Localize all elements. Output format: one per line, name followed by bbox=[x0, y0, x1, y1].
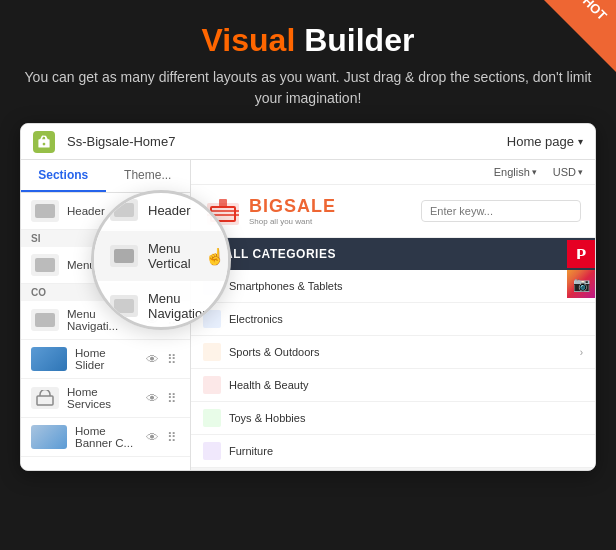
instagram-button[interactable]: 📷 bbox=[567, 270, 595, 298]
store-name: Ss-Bigsale-Home7 bbox=[67, 134, 495, 149]
bigsale-logo: BIGSALE Shop all you want bbox=[205, 193, 336, 229]
eye-icon[interactable]: 👁 bbox=[144, 351, 160, 367]
svg-rect-0 bbox=[37, 396, 53, 405]
category-label: Health & Beauty bbox=[229, 379, 309, 391]
frame-topbar: Ss-Bigsale-Home7 Home page bbox=[21, 124, 595, 160]
dropdown-menu-vertical-item[interactable]: Menu Vertical ☝ bbox=[94, 231, 228, 281]
list-item[interactable]: Home Slider 👁 ⠿ bbox=[21, 340, 190, 379]
cursor-icon: ☝ bbox=[205, 247, 225, 266]
drag-icon[interactable]: ⠿ bbox=[164, 390, 180, 406]
page-title: Visual Builder bbox=[20, 22, 596, 59]
item-icon bbox=[31, 254, 59, 276]
categories-list: Smartphones & Tablets › Electronics bbox=[191, 270, 595, 468]
list-item[interactable]: Home Banner C... 👁 ⠿ bbox=[21, 418, 190, 457]
chevron-right-icon: › bbox=[580, 347, 583, 358]
shopify-icon bbox=[33, 131, 55, 153]
list-item[interactable]: Toys & Hobbies bbox=[191, 402, 595, 435]
list-item[interactable]: Smartphones & Tablets › bbox=[191, 270, 595, 303]
thumb-box bbox=[31, 347, 67, 371]
dropdown-item-icon bbox=[110, 245, 138, 267]
drag-icon[interactable]: ⠿ bbox=[164, 351, 180, 367]
preview-header: English USD bbox=[191, 160, 595, 185]
category-label: Toys & Hobbies bbox=[229, 412, 305, 424]
list-item[interactable]: Electronics bbox=[191, 303, 595, 336]
category-label: Smartphones & Tablets bbox=[229, 280, 343, 292]
health-icon bbox=[203, 376, 221, 394]
svg-rect-5 bbox=[219, 199, 227, 207]
language-selector[interactable]: English bbox=[494, 166, 537, 178]
list-item[interactable]: Health & Beauty bbox=[191, 369, 595, 402]
dropdown-label: Menu Vertical bbox=[148, 241, 191, 271]
furniture-icon bbox=[203, 442, 221, 460]
dropdown-label: Header bbox=[148, 203, 191, 218]
pinterest-button[interactable]: 𝗣 bbox=[567, 240, 595, 268]
tab-sections[interactable]: Sections bbox=[21, 160, 106, 192]
brand-name: BIGSALE bbox=[249, 196, 336, 217]
magnifier: Header Menu Vertical ☝ Menu Navigation bbox=[91, 190, 231, 330]
search-bar[interactable] bbox=[421, 200, 581, 222]
eye-icon[interactable]: 👁 bbox=[144, 390, 160, 406]
brand-tagline: Shop all you want bbox=[249, 217, 336, 226]
sports-icon bbox=[203, 343, 221, 361]
title-highlight: Visual bbox=[202, 22, 296, 58]
page-wrapper: HOT Visual Builder You can get as many d… bbox=[0, 0, 616, 471]
home-services-icon bbox=[31, 387, 59, 409]
page-description: You can get as many different layouts as… bbox=[20, 67, 596, 109]
categories-nav-label: ALL CATEGORIES bbox=[224, 247, 336, 261]
category-label: Electronics bbox=[229, 313, 283, 325]
thumb-box bbox=[31, 425, 67, 449]
currency-selector[interactable]: USD bbox=[553, 166, 583, 178]
list-item[interactable]: Furniture bbox=[191, 435, 595, 468]
item-label: Home Banner C... bbox=[75, 425, 136, 449]
categories-nav: ☰ ALL CATEGORIES bbox=[191, 238, 595, 270]
list-item[interactable]: Home Services 👁 ⠿ bbox=[21, 379, 190, 418]
title-rest: Builder bbox=[295, 22, 414, 58]
item-icon bbox=[31, 200, 59, 222]
category-label: Furniture bbox=[229, 445, 273, 457]
builder-frame: Ss-Bigsale-Home7 Home page Sections Them… bbox=[20, 123, 596, 471]
toys-icon bbox=[203, 409, 221, 427]
eye-icon[interactable]: 👁 bbox=[144, 429, 160, 445]
social-sidebar: 𝗣 📷 bbox=[567, 240, 595, 298]
page-header: Visual Builder You can get as many diffe… bbox=[0, 0, 616, 123]
page-name[interactable]: Home page bbox=[507, 134, 583, 149]
item-icon bbox=[31, 309, 59, 331]
item-label: Home Services bbox=[67, 386, 136, 410]
category-label: Sports & Outdoors bbox=[229, 346, 320, 358]
preview-brand-bar: BIGSALE Shop all you want bbox=[191, 185, 595, 238]
frame-content: Sections Theme... Header 👁 ⠿ SI bbox=[21, 160, 595, 470]
search-input[interactable] bbox=[430, 205, 572, 217]
preview-area: English USD bbox=[191, 160, 595, 470]
item-label: Home Slider bbox=[75, 347, 136, 371]
drag-icon[interactable]: ⠿ bbox=[164, 429, 180, 445]
list-item[interactable]: Sports & Outdoors › bbox=[191, 336, 595, 369]
tab-theme[interactable]: Theme... bbox=[106, 160, 191, 192]
sidebar-tabs: Sections Theme... bbox=[21, 160, 190, 193]
